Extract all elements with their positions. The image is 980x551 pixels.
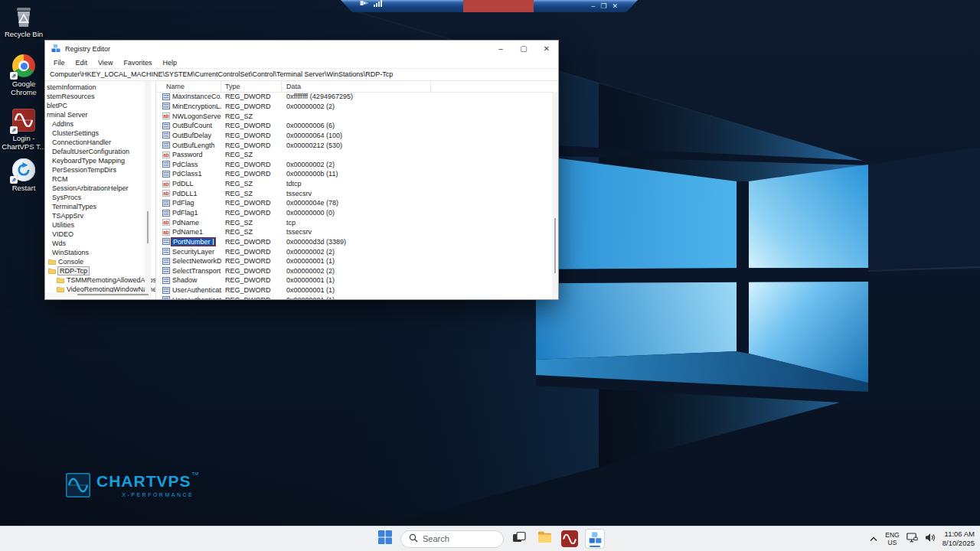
value-type-cell: REG_DWORD: [221, 248, 282, 256]
value-data-cell: 0x00000001 (1): [282, 286, 552, 294]
value-data-cell: 0x00000002 (2): [282, 161, 552, 168]
registry-value-row[interactable]: SelectTransportREG_DWORD0x00000002 (2): [156, 266, 552, 276]
chartvps-taskbar-button[interactable]: [560, 529, 580, 549]
registry-value-row[interactable]: abPdNameREG_SZtcp: [156, 217, 552, 227]
file-explorer-button[interactable]: [534, 529, 554, 549]
task-view-button[interactable]: [509, 529, 529, 549]
tree-item[interactable]: TerminalTypes: [45, 202, 155, 211]
tray-date: 8/10/2025: [942, 539, 975, 548]
window-title: Registry Editor: [65, 45, 489, 53]
menu-file[interactable]: File: [48, 59, 70, 67]
registry-value-row[interactable]: ShadowREG_DWORD0x00000001 (1): [156, 276, 552, 285]
rdp-restore-button[interactable]: ❐: [600, 0, 606, 12]
value-type-cell: REG_SZ: [221, 190, 282, 197]
tree-item[interactable]: RDP-Tcp: [45, 266, 155, 276]
regedit-taskbar-button[interactable]: [585, 529, 605, 549]
start-button[interactable]: [375, 529, 395, 549]
desktop-icon-login-chartvps[interactable]: ↗ Login - ChartVPS T...: [2, 108, 46, 152]
taskbar-search-box[interactable]: Search: [400, 530, 504, 548]
menu-view[interactable]: View: [93, 59, 118, 67]
tree-item[interactable]: Utilities: [45, 220, 155, 230]
registry-value-row[interactable]: OutBufCountREG_DWORD0x00000006 (6): [156, 121, 552, 131]
desktop-icon-google-chrome[interactable]: ↗ Google Chrome: [2, 54, 46, 97]
tree-item[interactable]: ConnectionHandler: [45, 138, 155, 147]
tree-item[interactable]: PerSessionTempDirs: [45, 165, 155, 174]
tree-item[interactable]: SysProcs: [45, 193, 155, 202]
network-icon[interactable]: [906, 532, 918, 546]
tree-item[interactable]: Console: [45, 257, 155, 266]
column-header-type[interactable]: Type: [221, 81, 282, 92]
registry-value-row[interactable]: PdFlagREG_DWORD0x0000004e (78): [156, 198, 552, 208]
desktop-icon-recycle-bin[interactable]: Recycle Bin: [2, 5, 46, 39]
registry-value-row[interactable]: abPdDLL1REG_SZtssecsrv: [156, 188, 552, 198]
tree-item[interactable]: SessionArbitrationHelper: [45, 184, 155, 193]
maximize-button[interactable]: ▢: [512, 41, 535, 57]
registry-value-row[interactable]: abPdName1REG_SZtssecsrv: [156, 227, 552, 237]
registry-value-row[interactable]: MaxInstanceCo...REG_DWORD0xffffffff (429…: [156, 92, 552, 102]
language-indicator[interactable]: ENG US: [885, 531, 899, 546]
address-bar[interactable]: Computer\HKEY_LOCAL_MACHINE\SYSTEM\Curre…: [45, 68, 558, 81]
volume-icon[interactable]: [925, 532, 936, 546]
tree-item[interactable]: VIDEO: [45, 230, 155, 239]
tree-item[interactable]: RCM: [45, 174, 155, 184]
value-type-cell: REG_DWORD: [221, 276, 282, 284]
string-icon: ab: [162, 152, 170, 158]
tree-item-label: bletPC: [47, 102, 67, 109]
tree-horizontal-scrollbar[interactable]: [45, 292, 150, 297]
minimize-button[interactable]: –: [489, 41, 512, 57]
column-header-name[interactable]: Name: [156, 81, 221, 92]
registry-value-row[interactable]: OutBufDelayREG_DWORD0x00000064 (100): [156, 131, 552, 141]
tree-item[interactable]: TSMMRemotingAllowedApps: [45, 276, 155, 285]
tree-item[interactable]: bletPC: [45, 101, 155, 110]
registry-value-row[interactable]: UserAuthenticat...REG_DWORD0x00000001 (1…: [156, 285, 552, 295]
registry-value-row[interactable]: OutBufLengthREG_DWORD0x00000212 (530): [156, 140, 552, 150]
value-type-cell: REG_DWORD: [221, 170, 282, 178]
tree-item[interactable]: KeyboardType Mapping: [45, 156, 155, 165]
value-name-cell: SecurityLayer: [156, 248, 221, 256]
registry-value-row[interactable]: MinEncryptionL...REG_DWORD0x00000002 (2): [156, 102, 552, 112]
registry-value-row[interactable]: PdClass1REG_DWORD0x0000000b (11): [156, 169, 552, 179]
registry-value-row[interactable]: SelectNetworkD...REG_DWORD0x00000001 (1): [156, 256, 552, 266]
registry-value-row[interactable]: abPdDLLREG_SZtdtcp: [156, 179, 552, 189]
menu-favorites[interactable]: Favorites: [118, 59, 157, 67]
registry-value-row[interactable]: abNWLogonServerREG_SZ: [156, 111, 552, 121]
clock[interactable]: 11:06 AM 8/10/2025: [942, 530, 975, 549]
tray-chevron-icon[interactable]: [869, 532, 878, 546]
menu-help[interactable]: Help: [157, 59, 182, 67]
dword-icon: [162, 277, 170, 284]
signal-bars-icon[interactable]: [374, 0, 383, 10]
titlebar[interactable]: Registry Editor – ▢ ✕: [45, 41, 558, 57]
tree-item[interactable]: TSAppSrv: [45, 211, 155, 220]
column-header-data[interactable]: Data: [282, 81, 431, 92]
registry-value-row[interactable]: abPasswordREG_SZ: [156, 150, 552, 160]
tree-item[interactable]: stemInformation: [45, 83, 155, 92]
tree-item[interactable]: Wds: [45, 239, 155, 248]
svg-text:ab: ab: [163, 230, 169, 235]
tree-item[interactable]: rminal Server: [45, 110, 155, 119]
value-type-cell: REG_DWORD: [221, 199, 282, 207]
registry-value-row[interactable]: SecurityLayerREG_DWORD0x00000002 (2): [156, 246, 552, 256]
value-data-cell: 0x00000064 (100): [282, 132, 552, 139]
tree-item[interactable]: ClusterSettings: [45, 129, 155, 138]
pin-icon[interactable]: [360, 0, 368, 10]
tree-item-label: stemResources: [47, 93, 95, 100]
tree-item[interactable]: WinStations: [45, 248, 155, 257]
list-vertical-scrollbar[interactable]: [552, 92, 558, 299]
rdp-minimize-button[interactable]: –: [591, 0, 595, 12]
registry-values-pane: Name Type Data MaxInstanceCo...REG_DWORD…: [156, 81, 558, 299]
desktop-icon-restart[interactable]: ↗ Restart: [2, 158, 46, 193]
registry-value-row[interactable]: PdClassREG_DWORD0x00000002 (2): [156, 159, 552, 169]
dword-icon: [162, 267, 170, 274]
tree-item[interactable]: DefaultUserConfiguration: [45, 147, 155, 156]
tree-item[interactable]: AddIns: [45, 119, 155, 129]
registry-value-row[interactable]: UserAuthenticatREG_DWORD0x00000001 (1): [156, 295, 552, 299]
close-button[interactable]: ✕: [535, 41, 558, 57]
value-name: MaxInstanceCo...: [172, 93, 221, 100]
registry-value-row[interactable]: PdFlag1REG_DWORD0x00000000 (0): [156, 208, 552, 218]
rdp-close-button[interactable]: ✕: [612, 0, 618, 12]
tree-item[interactable]: stemResources: [45, 92, 155, 101]
shortcut-arrow-icon: ↗: [10, 176, 18, 184]
menu-edit[interactable]: Edit: [70, 59, 93, 67]
tree-vertical-scrollbar[interactable]: [145, 81, 151, 299]
registry-value-row[interactable]: PortNumberREG_DWORD0x00000d3d (3389): [156, 237, 552, 247]
